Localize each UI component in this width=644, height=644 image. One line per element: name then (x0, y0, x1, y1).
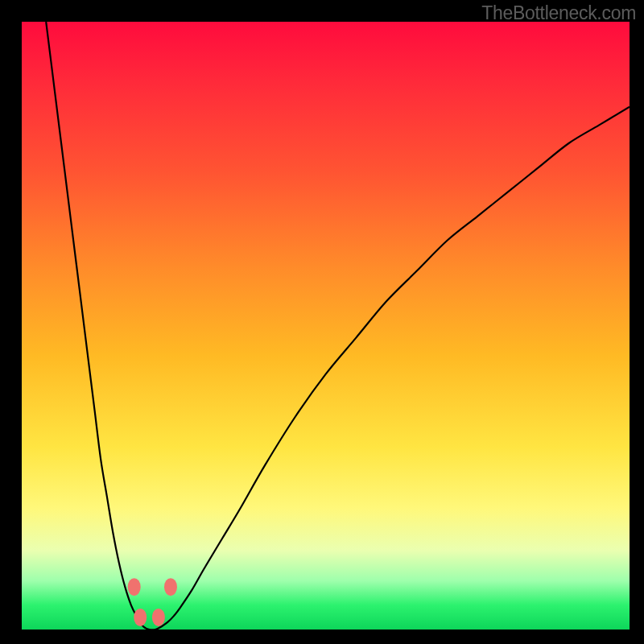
curve-line (46, 22, 630, 630)
watermark-text: TheBottleneck.com (481, 2, 636, 24)
bottleneck-curve (22, 22, 630, 630)
trough-markers (128, 578, 177, 626)
trough-marker (164, 578, 177, 596)
trough-marker (134, 609, 147, 626)
trough-marker (128, 578, 141, 596)
chart-frame: TheBottleneck.com (0, 0, 644, 644)
plot-area (22, 22, 630, 630)
trough-marker (152, 609, 165, 626)
